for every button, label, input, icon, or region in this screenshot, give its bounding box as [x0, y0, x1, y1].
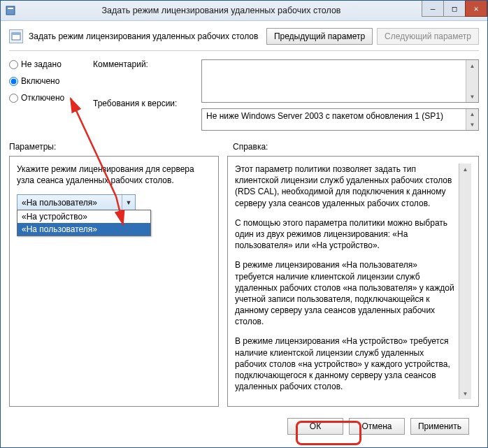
- maximize-button[interactable]: □: [443, 1, 466, 17]
- licensing-mode-hint: Укажите режим лицензирования для сервера…: [17, 164, 211, 186]
- dialog-footer: ОК Отмена Применить: [9, 411, 479, 442]
- scroll-down-icon[interactable]: ▼: [466, 120, 478, 130]
- titlebar[interactable]: Задать режим лицензирования удаленных ра…: [1, 1, 487, 21]
- parameters-panel: Укажите режим лицензирования для сервера…: [9, 156, 219, 407]
- combo-option-device[interactable]: «На устройство»: [17, 210, 150, 223]
- header-row: Задать режим лицензирования удаленных ра…: [9, 28, 479, 45]
- chevron-down-icon[interactable]: ▼: [122, 195, 135, 210]
- apply-button[interactable]: Применить: [410, 418, 469, 435]
- window-icon: [5, 5, 16, 16]
- help-p4: В режиме лицензирования «На устройство» …: [235, 335, 454, 392]
- licensing-mode-combo[interactable]: «На пользователя» ▼ «На устройство» «На …: [17, 194, 136, 210]
- radio-enabled[interactable]: Включено: [9, 76, 86, 86]
- policy-editor-window: Задать режим лицензирования удаленных ра…: [0, 0, 488, 448]
- radio-not-configured[interactable]: Не задано: [9, 59, 86, 69]
- svg-rect-0: [6, 6, 15, 15]
- radio-disabled-label: Отключено: [21, 93, 64, 103]
- requirements-scrollbar[interactable]: ▲▼: [466, 109, 478, 130]
- scroll-up-icon[interactable]: ▲: [459, 164, 471, 175]
- parameters-label: Параметры:: [9, 142, 219, 152]
- svg-rect-1: [8, 8, 13, 9]
- dialog-body: Задать режим лицензирования удаленных ра…: [1, 21, 487, 447]
- radio-not-configured-input[interactable]: [9, 60, 18, 69]
- lower-panels: Укажите режим лицензирования для сервера…: [9, 156, 479, 407]
- scroll-up-icon[interactable]: ▲: [466, 109, 478, 120]
- combo-option-user[interactable]: «На пользователя»: [17, 223, 150, 236]
- combo-dropdown: «На устройство» «На пользователя»: [17, 210, 151, 236]
- nav-buttons: Предыдущий параметр Следующий параметр: [266, 28, 479, 45]
- ok-button[interactable]: ОК: [287, 418, 343, 435]
- config-row: Не задано Включено Отключено Комментарий…: [9, 59, 479, 131]
- divider: [9, 50, 479, 51]
- policy-title: Задать режим лицензирования удаленных ра…: [29, 31, 261, 41]
- svg-rect-3: [12, 33, 20, 35]
- help-panel: Этот параметр политики позволяет задать …: [227, 156, 479, 407]
- help-label: Справка:: [233, 142, 268, 152]
- comment-scrollbar[interactable]: ▲▼: [466, 60, 478, 102]
- help-p3: В режиме лицензирования «На пользователя…: [235, 259, 454, 327]
- comment-textarea[interactable]: [202, 60, 466, 102]
- help-p1: Этот параметр политики позволяет задать …: [235, 164, 454, 209]
- help-text: Этот параметр политики позволяет задать …: [235, 164, 459, 399]
- minimize-button[interactable]: —: [422, 1, 444, 17]
- radio-enabled-label: Включено: [21, 76, 59, 86]
- previous-setting-button[interactable]: Предыдущий параметр: [266, 28, 373, 45]
- radio-disabled-input[interactable]: [9, 94, 18, 103]
- radio-not-configured-label: Не задано: [21, 59, 62, 69]
- scroll-down-icon[interactable]: ▼: [459, 388, 471, 399]
- next-setting-button: Следующий параметр: [377, 28, 479, 45]
- combo-selected[interactable]: «На пользователя» ▼: [17, 194, 136, 210]
- help-p2: С помощью этого параметра политики можно…: [235, 217, 454, 252]
- combo-selected-text: «На пользователя»: [22, 198, 97, 208]
- requirements-text: Не ниже Windows Server 2003 с пакетом об…: [202, 109, 466, 130]
- scroll-up-icon[interactable]: ▲: [466, 60, 478, 71]
- field-values: ▲▼ Не ниже Windows Server 2003 с пакетом…: [201, 59, 479, 131]
- radio-enabled-input[interactable]: [9, 77, 18, 86]
- requirements-label: Требования к версии:: [93, 99, 194, 108]
- window-buttons: — □ ✕: [422, 1, 487, 20]
- cancel-button[interactable]: Отмена: [349, 418, 405, 435]
- field-labels: Комментарий: Требования к версии:: [93, 59, 194, 131]
- comment-label: Комментарий:: [93, 59, 194, 69]
- comment-box: ▲▼: [201, 59, 479, 103]
- window-title: Задать режим лицензирования удаленных ра…: [20, 6, 422, 15]
- scroll-down-icon[interactable]: ▼: [466, 91, 478, 102]
- close-button[interactable]: ✕: [465, 1, 487, 17]
- help-scrollbar[interactable]: ▲▼: [459, 164, 471, 399]
- section-labels: Параметры: Справка:: [9, 142, 479, 152]
- requirements-box: Не ниже Windows Server 2003 с пакетом об…: [201, 108, 479, 131]
- radio-disabled[interactable]: Отключено: [9, 93, 86, 103]
- policy-icon: [9, 29, 23, 43]
- state-radios: Не задано Включено Отключено: [9, 59, 86, 131]
